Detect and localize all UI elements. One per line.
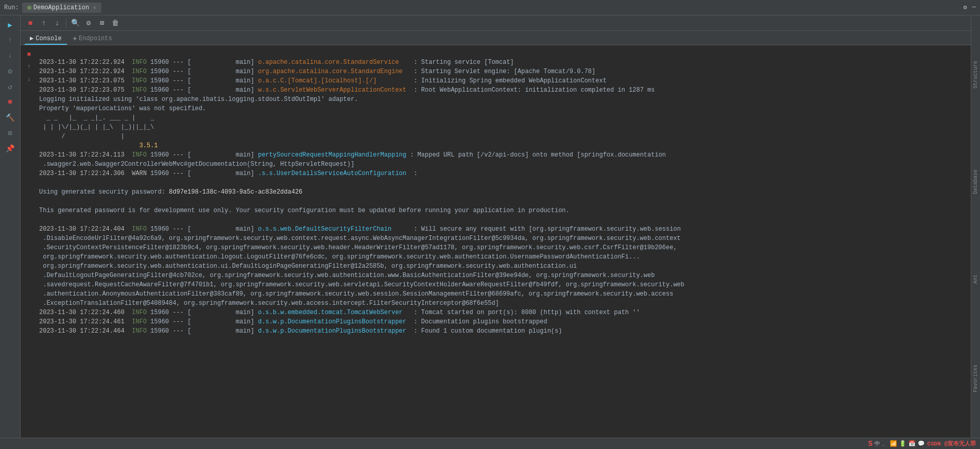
endpoints-tab-icon: ◈ <box>73 34 77 42</box>
run-panel: ■ ↑ ↓ 🔍 ⚙ ⊞ 🗑 ▶ Console ◈ Endpoints ■ ↑ <box>21 15 971 438</box>
tray-chat-icon: 💬 <box>918 440 925 447</box>
run-label: Run: <box>4 4 19 11</box>
log-content: 2023-11-30 17:22:22.924 INFO 15960 --- [… <box>37 47 971 436</box>
sidebar-scroll-up-icon[interactable]: ↑ <box>2 33 19 47</box>
right-labels: Structure Database Ant Favorites <box>971 15 980 438</box>
sidebar-reload-icon[interactable]: ↺ <box>2 79 19 94</box>
run-toolbar: ■ ↑ ↓ 🔍 ⚙ ⊞ 🗑 <box>21 15 971 31</box>
bottom-bar: S 中 、 📶 🔋 📅 💬 CSDN @宣布无人罪 <box>0 438 980 449</box>
layout2-button[interactable]: ⊞ <box>96 18 108 29</box>
right-label-ant[interactable]: Ant <box>972 270 979 288</box>
scroll-down-button[interactable]: ↓ <box>51 18 63 29</box>
main-layout: ▶ ↑ ↓ ⚙ ↺ ■ 🔨 ⊞ 📌 ■ ↑ ↓ 🔍 ⚙ ⊞ 🗑 ▶ Consol… <box>0 15 980 438</box>
run-tabs: ▶ Console ◈ Endpoints <box>21 31 971 45</box>
cc-up-btn[interactable]: ↑ <box>24 62 34 72</box>
right-label-favorites[interactable]: Favorites <box>972 360 979 396</box>
close-tab-icon[interactable]: ✕ <box>93 5 96 11</box>
minimize-icon[interactable]: ─ <box>972 4 976 11</box>
scroll-up-button[interactable]: ↑ <box>38 18 49 29</box>
tray-zh-icon: 中 <box>874 440 880 447</box>
sidebar-settings-icon[interactable]: ⚙ <box>2 64 19 78</box>
clear-button[interactable]: 🗑 <box>110 18 121 29</box>
console-tab-label: Console <box>36 35 61 42</box>
settings2-button[interactable]: ⚙ <box>83 18 94 29</box>
right-label-structure[interactable]: Structure <box>972 57 979 93</box>
cc-stop-btn[interactable]: ■ <box>24 49 34 60</box>
sidebar-run-icon[interactable]: ▶ <box>2 18 19 32</box>
tray-area: S 中 、 📶 🔋 📅 💬 CSDN @宣布无人罪 <box>868 440 976 448</box>
csdn-badge: CSDN @宣布无人罪 <box>927 440 976 447</box>
divider <box>66 19 66 28</box>
tab-endpoints[interactable]: ◈ Endpoints <box>68 33 117 45</box>
tray-s-icon: S <box>868 440 872 448</box>
app-name: DemoApplication <box>33 4 89 11</box>
green-dot-icon <box>27 6 31 10</box>
console-controls: ■ ↑ ↓ <box>21 47 37 436</box>
sidebar-stop-icon[interactable]: ■ <box>2 95 19 109</box>
right-label-database[interactable]: Database <box>972 165 979 198</box>
tray-comma-icon: 、 <box>882 440 888 447</box>
settings-icon[interactable]: ⚙ <box>964 4 967 11</box>
tab-console[interactable]: ▶ Console <box>25 33 67 45</box>
title-bar-left: Run: DemoApplication ✕ <box>4 3 101 13</box>
tray-wifi-icon: 📶 <box>890 440 897 447</box>
sidebar-build-icon[interactable]: 🔨 <box>2 110 19 125</box>
sidebar-pin-icon[interactable]: 📌 <box>2 141 19 156</box>
stop-button[interactable]: ■ <box>25 18 36 29</box>
title-bar: Run: DemoApplication ✕ ⚙ ─ <box>0 0 980 15</box>
endpoints-tab-label: Endpoints <box>79 35 112 42</box>
app-tab[interactable]: DemoApplication ✕ <box>22 3 101 13</box>
console-tab-icon: ▶ <box>30 34 33 42</box>
left-sidebar: ▶ ↑ ↓ ⚙ ↺ ■ 🔨 ⊞ 📌 <box>0 15 21 438</box>
sidebar-layout-icon[interactable]: ⊞ <box>2 126 19 140</box>
tray-calendar-icon: 📅 <box>908 440 916 447</box>
tray-battery-icon: 🔋 <box>899 440 906 447</box>
cc-down-btn[interactable]: ↓ <box>24 74 34 84</box>
title-bar-right: ⚙ ─ <box>964 4 976 11</box>
filter-button[interactable]: 🔍 <box>70 18 81 29</box>
console-area[interactable]: ■ ↑ ↓ 2023-11-30 17:22:22.924 INFO 15960… <box>21 45 971 438</box>
sidebar-scroll-down-icon[interactable]: ↓ <box>2 48 19 63</box>
